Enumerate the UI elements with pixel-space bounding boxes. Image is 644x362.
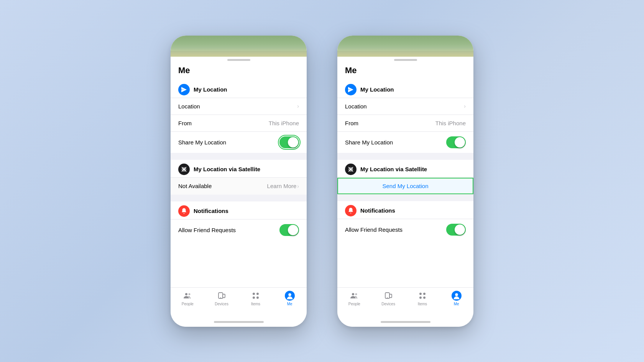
tab-label-me: Me (454, 302, 459, 306)
row-value-from-row: This iPhone (269, 120, 299, 126)
row-label-location-row: Location (345, 103, 367, 110)
svg-point-22 (419, 296, 422, 299)
tab-icon-items (251, 291, 261, 301)
row-from-row: FromThis iPhone (337, 115, 473, 132)
tab-devices[interactable]: Devices (371, 291, 406, 306)
tab-label-items: Items (418, 302, 427, 306)
tab-icon-devices (383, 291, 393, 301)
section-title-my-location: My Location (360, 86, 394, 93)
section-header-my-location: My Location (171, 80, 307, 98)
tab-devices[interactable]: Devices (205, 291, 239, 306)
svg-point-9 (253, 296, 255, 299)
send-my-location-button[interactable]: Send My Location (337, 178, 473, 194)
section-title-my-location-satellite: My Location via Satellite (360, 166, 427, 172)
row-from-row: FromThis iPhone (171, 115, 307, 132)
section-separator (171, 153, 307, 160)
chevron-icon: › (297, 183, 299, 189)
toggle-knob (455, 224, 465, 235)
svg-point-20 (419, 293, 422, 295)
row-allow-friend-requests-row[interactable]: Allow Friend Requests (171, 219, 307, 241)
home-indicator-area (337, 319, 473, 327)
row-share-location-row[interactable]: Share My Location (337, 132, 473, 153)
section-title-notifications: Notifications (194, 208, 228, 214)
toggle-knob (288, 225, 298, 235)
chevron-icon: › (464, 103, 466, 109)
home-indicator-area (171, 319, 307, 327)
content-area: Me My LocationLocation›FromThis iPhoneSh… (337, 62, 473, 287)
svg-point-21 (423, 293, 426, 295)
phone-right: Me My LocationLocation›FromThis iPhoneSh… (337, 36, 473, 327)
toggle-allow-friend-requests-row[interactable] (446, 224, 466, 236)
section-body-notifications: Allow Friend Requests (337, 219, 473, 240)
map-area (337, 36, 473, 57)
tab-me[interactable]: Me (439, 291, 473, 306)
section-header-my-location: My Location (337, 80, 473, 98)
svg-point-7 (253, 293, 255, 295)
tab-label-devices: Devices (215, 302, 228, 306)
tab-label-people: People (348, 302, 360, 306)
section-separator (337, 153, 473, 160)
toggle-share-location-row[interactable] (279, 136, 299, 148)
tab-label-me: Me (287, 302, 292, 306)
tab-label-devices: Devices (381, 302, 395, 306)
status-pill (227, 59, 250, 61)
section-header-notifications: Notifications (171, 201, 307, 219)
section-body-my-location: Location›FromThis iPhoneShare My Locatio… (171, 98, 307, 153)
row-allow-friend-requests-row[interactable]: Allow Friend Requests (337, 219, 473, 240)
status-bar (171, 57, 307, 62)
row-location-row[interactable]: Location› (337, 98, 473, 115)
row-label-location-row: Location (178, 103, 200, 110)
tab-icon-people (349, 291, 359, 301)
tab-icon-me (452, 291, 462, 301)
row-location-row[interactable]: Location› (171, 98, 307, 115)
section-body-my-location: Location›FromThis iPhoneShare My Locatio… (337, 98, 473, 153)
row-label-from-row: From (345, 120, 358, 126)
tab-items[interactable]: Items (239, 291, 273, 306)
home-indicator (214, 321, 264, 323)
tab-bar: People Devices Items Me (171, 287, 307, 319)
row-chevron-location-row: › (297, 103, 299, 109)
tab-items[interactable]: Items (406, 291, 440, 306)
section-body-my-location-satellite: Not AvailableLearn More› (171, 177, 307, 195)
toggle-share-location-row[interactable] (446, 136, 466, 148)
tab-icon-items (417, 291, 427, 301)
svg-point-8 (256, 293, 259, 295)
page-title: Me (171, 62, 307, 80)
page-title: Me (337, 62, 473, 80)
phone-wrapper: Me My LocationLocation›FromThis iPhoneSh… (171, 36, 473, 327)
svg-rect-18 (389, 294, 392, 298)
svg-rect-5 (223, 294, 225, 298)
tab-icon-me (285, 291, 295, 301)
toggle-allow-friend-requests-row[interactable] (279, 224, 299, 236)
svg-point-3 (189, 293, 191, 295)
bell-icon (345, 205, 356, 216)
row-not-available-row[interactable]: Not AvailableLearn More› (171, 178, 307, 195)
row-share-location-row[interactable]: Share My Location (171, 132, 307, 153)
status-bar (337, 57, 473, 62)
row-label-not-available-row: Not Available (178, 183, 212, 189)
learn-more-text: Learn More (267, 183, 297, 189)
tab-people[interactable]: People (337, 291, 371, 306)
location-arrow-icon (178, 84, 190, 95)
tab-label-people: People (182, 302, 194, 306)
tab-me[interactable]: Me (273, 291, 307, 306)
tab-icon-people (182, 291, 192, 301)
section-title-my-location: My Location (194, 86, 227, 93)
section-title-my-location-satellite: My Location via Satellite (194, 166, 260, 172)
section-separator (337, 194, 473, 201)
svg-point-23 (423, 296, 426, 299)
toggle-knob (455, 137, 465, 147)
tab-people[interactable]: People (171, 291, 205, 306)
row-label-share-location-row: Share My Location (178, 139, 226, 146)
tab-label-items: Items (251, 302, 260, 306)
learn-more-link[interactable]: Learn More› (267, 183, 299, 189)
section-header-my-location-satellite: My Location via Satellite (337, 160, 473, 177)
location-arrow-icon (345, 84, 356, 95)
svg-point-12 (288, 293, 291, 296)
row-chevron-location-row: › (464, 103, 466, 109)
svg-point-15 (352, 293, 354, 295)
row-label-from-row: From (178, 120, 192, 126)
chevron-icon: › (297, 103, 299, 109)
section-title-notifications: Notifications (360, 207, 395, 214)
tab-icon-devices (217, 291, 227, 301)
